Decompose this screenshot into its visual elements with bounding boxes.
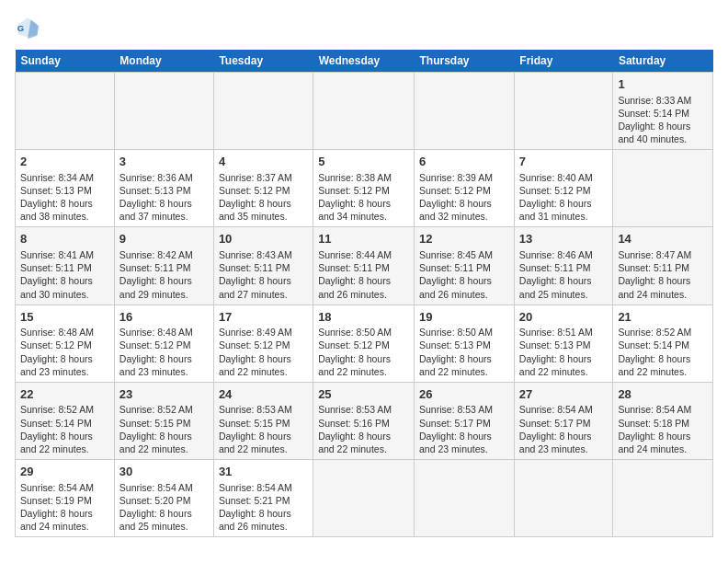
- calendar-cell: [313, 73, 415, 150]
- sunrise-text: Sunrise: 8:53 AM: [419, 404, 493, 415]
- sunrise-text: Sunrise: 8:38 AM: [318, 172, 392, 183]
- daylight-text: Daylight: 8 hours and 29 minutes.: [119, 275, 192, 299]
- sunset-text: Sunset: 5:11 PM: [20, 262, 92, 273]
- sunrise-text: Sunrise: 8:45 AM: [419, 249, 493, 260]
- sunset-text: Sunset: 5:14 PM: [618, 339, 689, 350]
- sunset-text: Sunset: 5:15 PM: [119, 418, 191, 429]
- calendar-cell: 29 Sunrise: 8:54 AM Sunset: 5:19 PM Dayl…: [16, 460, 115, 537]
- calendar-cell: 13 Sunrise: 8:46 AM Sunset: 5:11 PM Dayl…: [514, 227, 613, 304]
- sunrise-text: Sunrise: 8:54 AM: [219, 482, 292, 493]
- column-header-thursday: Thursday: [415, 50, 515, 73]
- daylight-text: Daylight: 8 hours and 22 minutes.: [20, 431, 93, 454]
- sunrise-text: Sunrise: 8:53 AM: [219, 404, 292, 415]
- daylight-text: Daylight: 8 hours and 34 minutes.: [318, 198, 391, 222]
- sunset-text: Sunset: 5:11 PM: [119, 262, 191, 273]
- calendar-header-row: SundayMondayTuesdayWednesdayThursdayFrid…: [16, 50, 713, 73]
- sunset-text: Sunset: 5:11 PM: [519, 262, 591, 273]
- sunset-text: Sunset: 5:14 PM: [20, 418, 92, 429]
- day-number: 14: [618, 231, 708, 247]
- daylight-text: Daylight: 8 hours and 26 minutes.: [419, 275, 492, 299]
- daylight-text: Daylight: 8 hours and 30 minutes.: [20, 275, 93, 299]
- sunset-text: Sunset: 5:12 PM: [519, 185, 591, 196]
- sunrise-text: Sunrise: 8:46 AM: [519, 249, 593, 260]
- day-number: 23: [119, 386, 209, 403]
- sunset-text: Sunset: 5:18 PM: [618, 418, 689, 429]
- daylight-text: Daylight: 8 hours and 23 minutes.: [519, 431, 592, 454]
- sunrise-text: Sunrise: 8:34 AM: [20, 172, 94, 183]
- day-number: 22: [20, 386, 109, 403]
- calendar-cell: 10 Sunrise: 8:43 AM Sunset: 5:11 PM Dayl…: [213, 227, 313, 304]
- calendar-cell: [415, 73, 515, 150]
- calendar-cell: 14 Sunrise: 8:47 AM Sunset: 5:11 PM Dayl…: [613, 227, 713, 304]
- sunrise-text: Sunrise: 8:54 AM: [618, 404, 691, 415]
- column-header-monday: Monday: [114, 50, 213, 73]
- sunset-text: Sunset: 5:13 PM: [419, 339, 491, 350]
- calendar-cell: 16 Sunrise: 8:48 AM Sunset: 5:12 PM Dayl…: [114, 304, 213, 382]
- calendar-cell: [514, 73, 613, 150]
- daylight-text: Daylight: 8 hours and 31 minutes.: [519, 198, 592, 222]
- day-number: 6: [419, 154, 509, 170]
- day-number: 2: [20, 154, 109, 170]
- calendar-cell: 12 Sunrise: 8:45 AM Sunset: 5:11 PM Dayl…: [415, 227, 515, 304]
- sunset-text: Sunset: 5:12 PM: [20, 339, 92, 350]
- sunrise-text: Sunrise: 8:51 AM: [519, 327, 593, 338]
- daylight-text: Daylight: 8 hours and 22 minutes.: [219, 431, 291, 454]
- day-number: 8: [20, 231, 109, 247]
- calendar-cell: 25 Sunrise: 8:53 AM Sunset: 5:16 PM Dayl…: [313, 382, 415, 459]
- sunrise-text: Sunrise: 8:52 AM: [119, 404, 193, 415]
- calendar-cell: 8 Sunrise: 8:41 AM Sunset: 5:11 PM Dayli…: [16, 227, 115, 304]
- daylight-text: Daylight: 8 hours and 35 minutes.: [219, 198, 291, 222]
- daylight-text: Daylight: 8 hours and 37 minutes.: [119, 198, 192, 222]
- calendar-body: 1 Sunrise: 8:33 AM Sunset: 5:14 PM Dayli…: [16, 73, 713, 537]
- calendar-cell: 11 Sunrise: 8:44 AM Sunset: 5:11 PM Dayl…: [313, 227, 415, 304]
- header: G: [15, 15, 713, 40]
- sunset-text: Sunset: 5:12 PM: [119, 339, 191, 350]
- column-header-saturday: Saturday: [613, 50, 713, 73]
- calendar-week-row: 22 Sunrise: 8:52 AM Sunset: 5:14 PM Dayl…: [16, 382, 713, 459]
- sunset-text: Sunset: 5:11 PM: [219, 262, 290, 273]
- column-header-sunday: Sunday: [16, 50, 115, 73]
- daylight-text: Daylight: 8 hours and 22 minutes.: [318, 431, 391, 454]
- sunset-text: Sunset: 5:12 PM: [318, 185, 390, 196]
- calendar-week-row: 8 Sunrise: 8:41 AM Sunset: 5:11 PM Dayli…: [16, 227, 713, 304]
- sunrise-text: Sunrise: 8:43 AM: [219, 249, 292, 260]
- sunrise-text: Sunrise: 8:52 AM: [20, 404, 94, 415]
- day-number: 4: [219, 154, 308, 170]
- day-number: 17: [219, 309, 308, 326]
- logo-icon: G: [15, 15, 40, 40]
- daylight-text: Daylight: 8 hours and 24 minutes.: [618, 275, 690, 299]
- calendar-cell: 6 Sunrise: 8:39 AM Sunset: 5:12 PM Dayli…: [415, 150, 515, 227]
- calendar-cell: 21 Sunrise: 8:52 AM Sunset: 5:14 PM Dayl…: [613, 304, 713, 382]
- calendar-cell: [514, 460, 613, 537]
- sunset-text: Sunset: 5:12 PM: [219, 339, 290, 350]
- calendar-week-row: 2 Sunrise: 8:34 AM Sunset: 5:13 PM Dayli…: [16, 150, 713, 227]
- day-number: 29: [20, 464, 109, 480]
- daylight-text: Daylight: 8 hours and 22 minutes.: [318, 353, 391, 377]
- day-number: 31: [219, 464, 308, 480]
- day-number: 27: [519, 386, 609, 403]
- sunset-text: Sunset: 5:15 PM: [219, 418, 290, 429]
- day-number: 1: [618, 76, 708, 93]
- daylight-text: Daylight: 8 hours and 22 minutes.: [419, 353, 492, 377]
- sunrise-text: Sunrise: 8:40 AM: [519, 172, 593, 183]
- daylight-text: Daylight: 8 hours and 24 minutes.: [20, 508, 93, 532]
- sunrise-text: Sunrise: 8:50 AM: [318, 327, 392, 338]
- calendar-cell: 30 Sunrise: 8:54 AM Sunset: 5:20 PM Dayl…: [114, 460, 213, 537]
- calendar-week-row: 15 Sunrise: 8:48 AM Sunset: 5:12 PM Dayl…: [16, 304, 713, 382]
- day-number: 15: [20, 309, 109, 326]
- calendar-cell: 15 Sunrise: 8:48 AM Sunset: 5:12 PM Dayl…: [16, 304, 115, 382]
- daylight-text: Daylight: 8 hours and 24 minutes.: [618, 431, 690, 454]
- daylight-text: Daylight: 8 hours and 25 minutes.: [119, 508, 192, 532]
- sunrise-text: Sunrise: 8:53 AM: [318, 404, 392, 415]
- day-number: 28: [618, 386, 708, 403]
- daylight-text: Daylight: 8 hours and 23 minutes.: [419, 431, 492, 454]
- day-number: 21: [618, 309, 708, 326]
- day-number: 3: [119, 154, 209, 170]
- sunset-text: Sunset: 5:13 PM: [519, 339, 591, 350]
- calendar-cell: 4 Sunrise: 8:37 AM Sunset: 5:12 PM Dayli…: [213, 150, 313, 227]
- daylight-text: Daylight: 8 hours and 22 minutes.: [219, 353, 291, 377]
- day-number: 24: [219, 386, 308, 403]
- sunrise-text: Sunrise: 8:49 AM: [219, 327, 292, 338]
- day-number: 16: [119, 309, 209, 326]
- svg-text:G: G: [17, 23, 24, 33]
